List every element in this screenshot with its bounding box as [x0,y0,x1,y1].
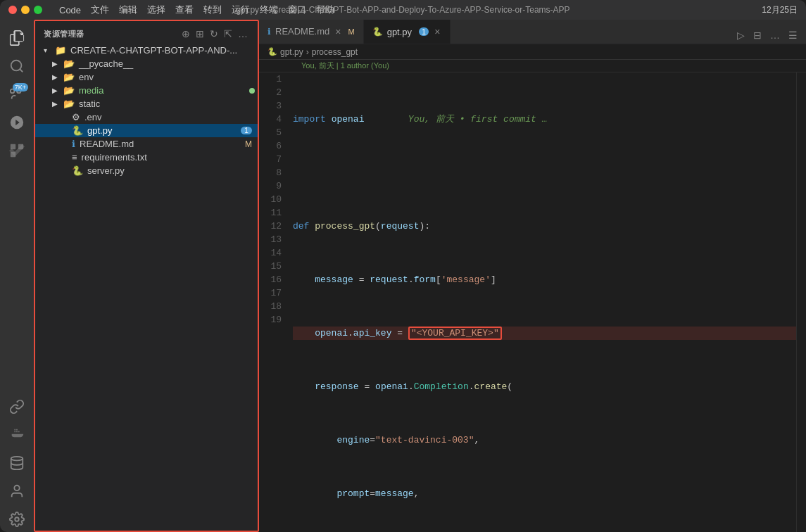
ln-8: 8 [267,166,282,179]
svg-point-0 [11,61,22,71]
code-line-4: message = request.form['message'] [293,273,796,286]
menu-file[interactable]: 文件 [91,4,109,16]
activity-extensions[interactable] [4,138,30,163]
svg-point-6 [15,517,19,521]
activity-search[interactable] [4,53,30,79]
env-folder-name: env [79,72,258,82]
menu-goto[interactable]: 转到 [203,4,222,16]
close-button[interactable] [8,6,17,14]
code-line-2 [293,166,796,179]
sidebar-actions: ⊕ ⊞ ↻ ⇱ … [180,27,249,41]
ln-18: 18 [267,300,282,313]
activity-explorer[interactable] [4,25,30,51]
code-line-8: prompt=message, [293,487,796,500]
tree-item-media[interactable]: ▶ 📂 media [35,84,258,97]
gpt-tab-icon: 🐍 [372,27,383,37]
breadcrumb-icon: 🐍 [267,47,277,56]
activity-remote[interactable] [4,394,30,419]
activity-source-control[interactable]: 7K+ [4,82,30,107]
ln-16: 16 [267,273,282,286]
tree-item-server-py[interactable]: 🐍 server.py [35,164,258,177]
ln-9: 9 [267,179,282,193]
menu-edit[interactable]: 编辑 [119,4,137,16]
gpt-tab-close[interactable]: × [433,26,441,37]
gpt-tab-label: gpt.py [387,27,412,37]
collapse-all-button[interactable]: ⇱ [222,27,234,41]
activity-run-debug[interactable] [4,110,30,135]
ln-15: 15 [267,260,282,273]
arrow-icon: ▶ [52,100,63,108]
code-editor[interactable]: 1 2 3 4 5 6 7 8 9 10 11 12 13 14 15 16 1… [259,72,806,532]
code-line-3: def process_gpt(request): [293,220,796,233]
git-blame-text: You, 前天 | 1 author (You) [301,61,389,71]
minimize-button[interactable] [21,6,30,14]
ln-11: 11 [267,206,282,220]
code-line-5: openai.api_key = "<YOUR_API_KEY>" [293,327,796,340]
line-numbers: 1 2 3 4 5 6 7 8 9 10 11 12 13 14 15 16 1… [259,72,287,532]
close-editors-button[interactable]: ☰ [786,27,800,44]
ln-10: 10 [267,193,282,206]
refresh-button[interactable]: ↻ [208,27,220,41]
more-tabs-button[interactable]: … [767,27,783,44]
tab-readme[interactable]: ℹ README.md × M [259,20,364,44]
new-folder-button[interactable]: ⊞ [194,27,206,41]
tab-gpt-py[interactable]: 🐍 gpt.py 1 × [364,20,451,44]
readme-tab-label: README.md [275,26,329,37]
activity-database[interactable] [4,450,30,476]
env-file-name: .env [84,112,258,122]
run-button[interactable]: ▷ [734,27,748,44]
tab-bar: ℹ README.md × M 🐍 gpt.py 1 × ▷ ⊟ … ☰ [259,20,806,44]
activity-bar: 7K+ [0,20,34,532]
menu-select[interactable]: 选择 [147,4,165,16]
gear-icon: ⚙ [72,112,80,122]
server-py-name: server.py [87,165,258,176]
code-line-6: response = openai.Completion.create( [293,380,796,393]
tree-item-env-file[interactable]: ⚙ .env [35,110,258,124]
folder-icon: 📁 [55,45,66,56]
breadcrumb-function[interactable]: process_gpt [312,47,358,57]
arrow-icon: ▶ [52,87,63,94]
titlebar: Code 文件 编辑 选择 查看 转到 运行 终端 窗口 帮助 gpt.py —… [0,0,806,20]
folder-icon: 📂 [63,99,75,109]
activity-docker[interactable] [4,422,30,448]
tree-item-env-folder[interactable]: ▶ 📂 env [35,70,258,84]
media-name: media [79,85,246,96]
breadcrumb: 🐍 gpt.py › process_gpt [259,44,806,60]
maximize-button[interactable] [34,6,42,14]
ln-2: 2 [267,86,282,99]
gpt-tab-badge: 1 [419,27,429,36]
sidebar: 资源管理器 ⊕ ⊞ ↻ ⇱ … ▾ 📁 CREATE-A-CHATGPT-BOT… [34,20,259,532]
dot-container [246,88,258,94]
new-file-button[interactable]: ⊕ [180,27,191,41]
date-display: 12月25日 [762,4,798,16]
tree-item-gpt-py[interactable]: 🐍 gpt.py 1 [35,124,258,137]
activity-settings[interactable] [4,507,30,532]
tree-item-requirements[interactable]: ≡ requirements.txt [35,151,258,164]
sidebar-title: 资源管理器 [44,29,84,39]
ln-13: 13 [267,233,282,246]
readme-tab-close[interactable]: × [334,26,342,37]
python-icon: 🐍 [72,125,83,136]
split-button[interactable]: ⊟ [750,27,764,44]
menu-code[interactable]: Code [59,5,81,15]
breadcrumb-file[interactable]: gpt.py [280,47,303,57]
menu-view[interactable]: 查看 [175,4,194,16]
tree-item-static[interactable]: ▶ 📂 static [35,97,258,110]
python2-icon: 🐍 [72,165,83,176]
svg-rect-3 [11,152,15,157]
svg-point-4 [11,457,23,461]
ln-5: 5 [267,126,282,139]
window-title: gpt.py — Create-A-ChatGPT-Bot-APP-and-De… [236,5,569,15]
tree-root-folder[interactable]: ▾ 📁 CREATE-A-CHATGPT-BOT-APP-AND-... [35,44,258,57]
tree-item-readme[interactable]: ℹ README.md M [35,137,258,151]
more-actions-button[interactable]: … [237,27,249,41]
titlebar-right: 12月25日 [762,4,798,16]
folder-icon: 📂 [63,58,75,69]
editor-scrollbar[interactable] [796,72,806,532]
tree-item-pycache[interactable]: ▶ 📂 __pycache__ [35,57,258,70]
readme-tab-icon: ℹ [267,27,271,37]
readme-name: README.md [80,139,258,149]
activity-accounts[interactable] [4,479,30,504]
gpt-py-name: gpt.py [87,125,258,136]
root-folder-name: CREATE-A-CHATGPT-BOT-APP-AND-... [70,45,258,56]
